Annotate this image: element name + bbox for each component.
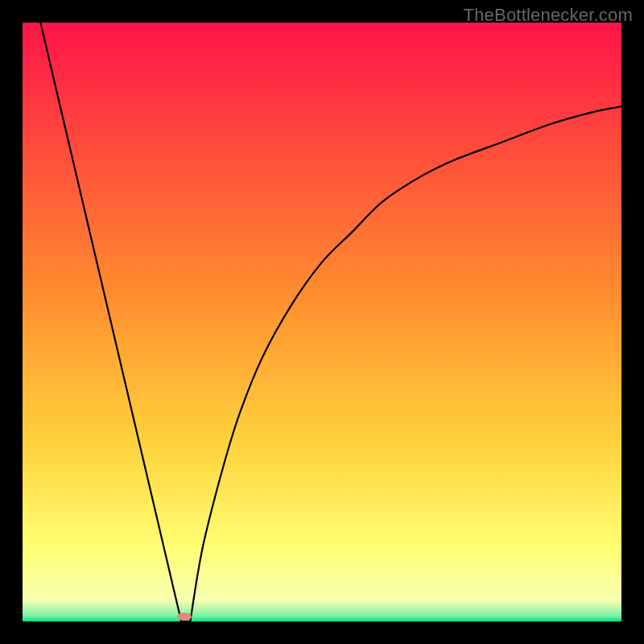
gradient-background xyxy=(23,23,621,621)
plot-area xyxy=(23,23,621,621)
optimal-marker xyxy=(177,613,192,621)
chart-frame: TheBottlenecker.com xyxy=(0,0,644,644)
chart-svg xyxy=(23,23,621,621)
